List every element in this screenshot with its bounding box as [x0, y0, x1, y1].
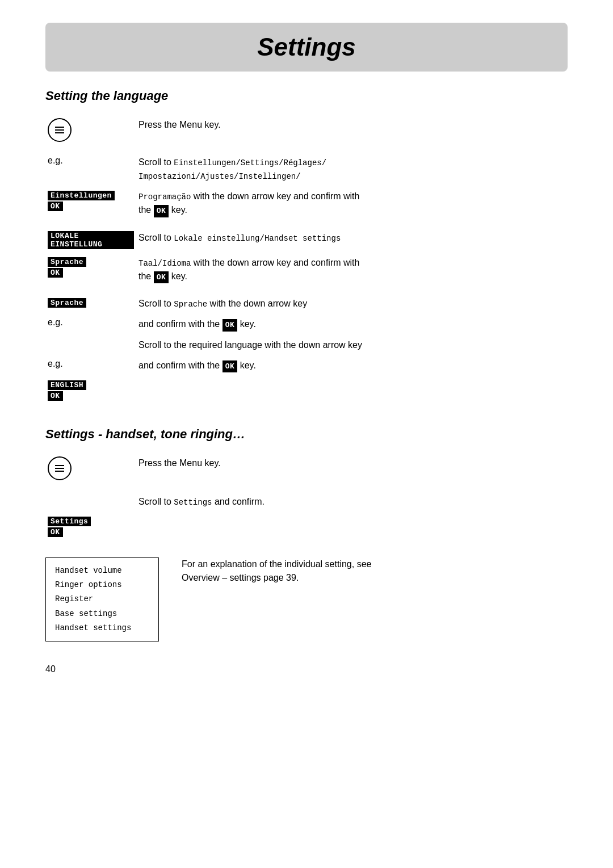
table-row: Sprache Scroll to Sprache with the down …: [45, 293, 568, 314]
right-cell: Press the Menu key.: [136, 453, 568, 484]
right-cell: Programação with the down arrow key and …: [136, 186, 568, 221]
section-handset-title: Settings - handset, tone ringing…: [45, 427, 568, 442]
page-number: 40: [45, 664, 568, 674]
einstellungen-badge: Einstellungen: [48, 191, 115, 200]
right-cell: Scroll to Settings and confirm.: [136, 492, 568, 512]
table-row: Sprache OK Taal/Idioma with the down arr…: [45, 253, 568, 287]
ok-badge-inline: OK: [222, 360, 238, 373]
menu-icon: [48, 118, 72, 142]
ok-badge: OK: [48, 268, 63, 278]
spacer-row: [45, 221, 568, 228]
left-cell: Sprache OK: [45, 253, 136, 287]
table-row: LOKALE EINSTELLUNG Scroll to Lokale eins…: [45, 228, 568, 253]
left-cell: ENGLISH OK: [45, 376, 136, 404]
ok-badge: OK: [48, 202, 63, 211]
list-item: Handset volume: [55, 564, 149, 578]
left-cell: LOKALE EINSTELLUNG: [45, 228, 136, 253]
right-cell: [136, 512, 568, 540]
right-cell: Scroll to the required language with the…: [136, 335, 568, 355]
table-row: Scroll to Settings and confirm.: [45, 492, 568, 512]
menu-line: [55, 132, 64, 133]
spacer-row: [45, 145, 568, 152]
mono-text: Taal/Idioma: [138, 259, 191, 268]
left-cell: [45, 492, 136, 512]
right-cell: and confirm with the OK key.: [136, 314, 568, 335]
badge-ok-3: OK: [48, 390, 134, 401]
table-row: ENGLISH OK: [45, 376, 568, 404]
menu-line: [55, 465, 64, 466]
left-cell: Settings OK: [45, 512, 136, 540]
right-cell: and confirm with the OK key.: [136, 355, 568, 376]
settings-badge: Settings: [48, 517, 91, 526]
table-row: Einstellungen OK Programação with the do…: [45, 186, 568, 221]
left-cell: [45, 453, 136, 484]
table-row: Press the Menu key.: [45, 115, 568, 145]
ok-badge: OK: [48, 527, 63, 537]
menu-icon-inner: [55, 127, 64, 133]
explanation-text: For an explanation of the individual set…: [182, 557, 371, 585]
list-item: Handset settings: [55, 621, 149, 635]
eg-label: e.g.: [45, 152, 136, 186]
lokale-einstellung-badge: LOKALE EINSTELLUNG: [48, 231, 134, 249]
instruction-table-1: Press the Menu key. e.g. Scroll to Einst…: [45, 115, 568, 404]
table-row: e.g. Scroll to Einstellungen/Settings/Ré…: [45, 152, 568, 186]
sprache-badge: Sprache: [48, 257, 86, 267]
left-cell: Einstellungen OK: [45, 186, 136, 221]
table-row: e.g. and confirm with the OK key.: [45, 314, 568, 335]
right-cell: [136, 376, 568, 404]
menu-icon-inner: [55, 465, 64, 472]
badge-settings: Settings: [48, 515, 134, 526]
right-cell: Scroll to Sprache with the down arrow ke…: [136, 293, 568, 314]
bottom-section: Handset volume Ringer options Register B…: [45, 557, 568, 641]
badge-sprache-1: Sprache: [48, 256, 134, 267]
ok-badge-inline: OK: [154, 271, 169, 284]
table-row: Settings OK: [45, 512, 568, 540]
mono-text: Programação: [138, 192, 191, 202]
ok-badge-inline: OK: [222, 319, 238, 332]
menu-line: [55, 129, 64, 131]
eg-label: e.g.: [45, 355, 136, 376]
mono-text: Lokale einstellung/Handset settings: [174, 234, 341, 243]
mono-text: Einstellungen/Settings/Réglages/: [174, 158, 326, 167]
page-header: Settings: [45, 23, 568, 72]
page-title: Settings: [257, 33, 356, 61]
badge-einstellungen: Einstellungen: [48, 190, 134, 200]
left-cell: Sprache: [45, 293, 136, 314]
mono-text: Impostazioni/Ajustes/Instellingen/: [138, 172, 301, 181]
badge-ok-1: OK: [48, 200, 134, 211]
ok-badge: OK: [48, 391, 63, 401]
menu-line: [55, 471, 64, 472]
right-cell: Scroll to Einstellungen/Settings/Réglage…: [136, 152, 568, 186]
badge-ok-2: OK: [48, 267, 134, 278]
spacer-row: [45, 484, 568, 492]
menu-line: [55, 468, 64, 469]
mono-text: Settings: [174, 498, 212, 507]
section-language: Setting the language Press the Menu key.: [45, 89, 568, 404]
spacer: [45, 540, 568, 552]
table-row: Press the Menu key.: [45, 453, 568, 484]
mono-text: Sprache: [174, 300, 207, 309]
right-cell: Press the Menu key.: [136, 115, 568, 145]
right-cell: Scroll to Lokale einstellung/Handset set…: [136, 228, 568, 253]
instruction-table-2: Press the Menu key. Scroll to Settings a…: [45, 453, 568, 540]
badge-ok-4: OK: [48, 526, 134, 537]
right-cell: Taal/Idioma with the down arrow key and …: [136, 253, 568, 287]
badge-english: ENGLISH: [48, 379, 134, 390]
list-item: Ringer options: [55, 578, 149, 592]
section-language-title: Setting the language: [45, 89, 568, 103]
list-item: Base settings: [55, 607, 149, 621]
left-cell: [45, 115, 136, 145]
list-item: Register: [55, 592, 149, 606]
section-handset: Settings - handset, tone ringing… Press …: [45, 427, 568, 641]
english-badge: ENGLISH: [48, 380, 86, 390]
menu-line: [55, 127, 64, 128]
sprache-badge-2: Sprache: [48, 298, 86, 308]
ok-badge-inline: OK: [154, 205, 169, 217]
menu-icon-2: [48, 456, 72, 480]
menu-list-box: Handset volume Ringer options Register B…: [45, 557, 159, 641]
left-cell: [45, 335, 136, 355]
eg-label: e.g.: [45, 314, 136, 335]
spacer-row: [45, 287, 568, 293]
table-row: e.g. and confirm with the OK key.: [45, 355, 568, 376]
table-row: Scroll to the required language with the…: [45, 335, 568, 355]
